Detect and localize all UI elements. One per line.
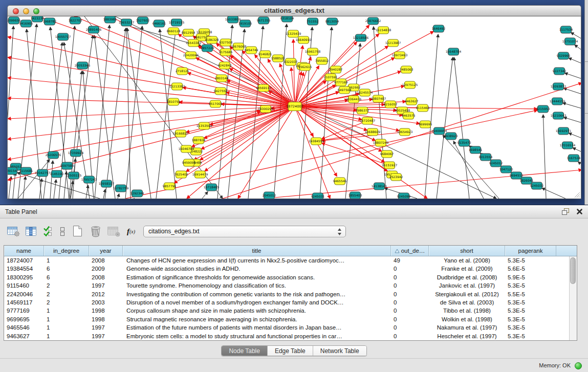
- graph-node-label: 8813054: [325, 19, 339, 23]
- graph-edge[interactable]: [105, 28, 126, 199]
- graph-edge[interactable]: [425, 34, 438, 199]
- window-resize-grip[interactable]: [574, 191, 580, 198]
- graph-node-label: 14138141: [372, 184, 387, 188]
- graph-edge[interactable]: [569, 58, 581, 63]
- graph-node-label: 16154838: [376, 28, 391, 32]
- table-cell: 0: [391, 315, 429, 323]
- graph-edge[interactable]: [69, 71, 82, 199]
- desktop-right-splitter[interactable]: [584, 0, 588, 205]
- graph-edge[interactable]: [352, 199, 353, 199]
- graph-edge[interactable]: [50, 161, 53, 199]
- graph-edge[interactable]: [578, 162, 581, 165]
- graph-edge[interactable]: [38, 16, 291, 105]
- graph-edge[interactable]: [573, 148, 581, 152]
- graph-edge[interactable]: [18, 160, 50, 199]
- graph-node-label: 1167534: [567, 156, 581, 160]
- graph-edge[interactable]: [569, 133, 581, 138]
- graph-edge[interactable]: [563, 103, 581, 108]
- graph-edge[interactable]: [202, 192, 208, 199]
- table-row[interactable]: 2242004622012Investigating the contribut…: [4, 290, 569, 298]
- network-desktop: citations_edges.txt 18724007866012889129…: [0, 0, 588, 205]
- function-builder-icon[interactable]: f(x): [127, 227, 135, 236]
- table-row[interactable]: 946554611997Estimation of the future num…: [4, 323, 569, 332]
- table-cell: Franke et al. (2009): [429, 265, 505, 273]
- graph-edge[interactable]: [454, 57, 469, 199]
- graph-node-label: 16720487: [360, 119, 376, 122]
- graph-node-label: 12975125: [402, 83, 418, 86]
- table-row[interactable]: 1872400712008Changes of HCN gene express…: [4, 256, 569, 265]
- column-header-name[interactable]: name: [4, 246, 44, 256]
- delete-table-icon[interactable]: [89, 225, 102, 237]
- network-canvas[interactable]: 1872400786601288912954132260581682750816…: [7, 16, 581, 199]
- network-view-window[interactable]: citations_edges.txt 18724007866012889129…: [7, 5, 581, 199]
- graph-edge[interactable]: [8, 106, 290, 119]
- minimize-window-button[interactable]: [23, 8, 29, 14]
- graph-edge[interactable]: [313, 199, 315, 199]
- tab-node-table[interactable]: Node Table: [222, 346, 268, 356]
- graph-edge[interactable]: [94, 35, 115, 199]
- column-header-title[interactable]: title: [123, 246, 391, 256]
- table-cell: 9699695: [4, 315, 44, 323]
- graph-node-label: 1588520: [271, 56, 285, 60]
- show-columns-icon[interactable]: [25, 226, 38, 237]
- graph-edge[interactable]: [187, 73, 290, 105]
- table-source-select[interactable]: citations_edges.txt: [143, 226, 346, 237]
- table-row[interactable]: 969969511998Structural magnetic resonanc…: [4, 315, 569, 323]
- graph-edge[interactable]: [266, 199, 267, 199]
- network-window-titlebar[interactable]: citations_edges.txt: [7, 5, 581, 16]
- memory-status-indicator[interactable]: [575, 362, 582, 369]
- graph-node-label: 9115460: [416, 106, 430, 110]
- graph-edge[interactable]: [226, 92, 290, 105]
- graph-node-label: 20891406: [86, 28, 102, 31]
- close-window-button[interactable]: [13, 8, 19, 14]
- table-settings-icon[interactable]: [7, 226, 20, 237]
- table-row[interactable]: 1938455462009Genome-wide association stu…: [4, 265, 569, 273]
- graph-edge[interactable]: [54, 180, 56, 199]
- graph-edge[interactable]: [23, 177, 26, 199]
- column-header-short[interactable]: short: [429, 246, 505, 256]
- column-header-year[interactable]: year: [89, 246, 123, 256]
- application-window: citations_edges.txt 18724007866012889129…: [0, 0, 588, 372]
- graph-edge[interactable]: [118, 194, 119, 199]
- float-panel-icon[interactable]: [561, 208, 570, 215]
- graph-edge[interactable]: [321, 143, 385, 164]
- table-vertical-scrollbar[interactable]: [569, 256, 577, 340]
- graph-edge[interactable]: [13, 172, 15, 199]
- graph-node-label: 10807487: [371, 97, 386, 100]
- column-header-out_de[interactable]: out_de…: [391, 246, 429, 256]
- table-row[interactable]: 1456911722003Disruption of a novel membe…: [4, 298, 569, 307]
- graph-edge[interactable]: [125, 110, 537, 199]
- table-row[interactable]: 1830029562008Estimation of significance …: [4, 273, 569, 281]
- table-cell: 1997: [89, 323, 123, 332]
- table-body: 1872400712008Changes of HCN gene express…: [4, 256, 569, 340]
- graph-node-label: 1622703: [69, 18, 82, 22]
- graph-edge[interactable]: [564, 73, 581, 79]
- tab-edge-table[interactable]: Edge Table: [268, 346, 313, 356]
- column-header-in_degree[interactable]: in_degree: [44, 246, 89, 256]
- graph-node-label: 17016534: [560, 143, 576, 147]
- close-panel-icon[interactable]: [576, 208, 583, 215]
- graph-edge[interactable]: [399, 199, 401, 199]
- table-row[interactable]: 911546021997Tourette syndrome. Phenomeno…: [4, 281, 569, 290]
- table-cell: 0: [391, 265, 429, 273]
- graph-edge[interactable]: [575, 45, 581, 50]
- graph-edge[interactable]: [443, 135, 499, 199]
- tab-network-table[interactable]: Network Table: [313, 346, 366, 356]
- select-rows-icon[interactable]: [42, 226, 54, 237]
- graph-edge[interactable]: [86, 185, 88, 199]
- table-cell: 18724007: [4, 256, 44, 265]
- table-row[interactable]: 946362711997Embryonic stem cells: a mode…: [4, 332, 569, 340]
- graph-edge[interactable]: [563, 88, 581, 94]
- table-cell: 14569117: [4, 298, 44, 307]
- scrollbar-thumb[interactable]: [570, 257, 576, 284]
- row-height-icon[interactable]: [59, 226, 67, 237]
- graph-edge[interactable]: [564, 117, 581, 123]
- graph-node-label: 9175685: [219, 50, 233, 54]
- zoom-window-button[interactable]: [33, 8, 39, 14]
- column-header-pagerank[interactable]: pagerank: [505, 246, 556, 256]
- table-cell: 0: [391, 307, 429, 315]
- table-cell: 49: [391, 256, 429, 265]
- table-row[interactable]: 977716911998Corpus callosum shape and si…: [4, 307, 569, 315]
- graph-edge[interactable]: [95, 25, 110, 199]
- new-table-icon[interactable]: [71, 225, 84, 237]
